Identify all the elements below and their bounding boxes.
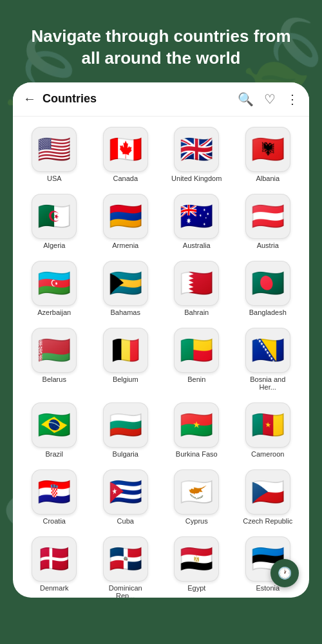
country-name: Belarus xyxy=(43,375,66,383)
list-item[interactable]: 🇦🇱Albania xyxy=(234,123,302,186)
flag-icon: 🇧🇾 xyxy=(32,328,77,373)
country-name: Bahamas xyxy=(111,308,140,316)
app-header: ← Countries 🔍 ♡ ⋮ xyxy=(13,82,309,117)
country-name: Azerbaijan xyxy=(37,308,71,316)
country-name: Brazil xyxy=(45,450,63,458)
flag-icon: 🇬🇧 xyxy=(174,127,219,172)
heart-icon[interactable]: ♡ xyxy=(264,91,276,107)
flag-icon: 🇪🇬 xyxy=(174,536,219,582)
back-button[interactable]: ← xyxy=(23,91,36,106)
flag-icon: 🇨🇺 xyxy=(103,469,148,515)
flag-icon: 🇨🇦 xyxy=(103,127,148,172)
country-name: Burkina Faso xyxy=(176,450,218,458)
country-name: Cyprus xyxy=(185,517,208,525)
fab-history-button[interactable]: 🕐 xyxy=(270,559,299,587)
list-item[interactable]: 🇦🇿Azerbaijan xyxy=(21,257,88,320)
flag-icon: 🇨🇾 xyxy=(174,469,219,515)
flag-icon: 🇧🇭 xyxy=(174,261,219,306)
country-name: Albania xyxy=(256,175,279,182)
list-item[interactable]: 🇧🇾Belarus xyxy=(21,324,88,395)
list-item[interactable]: 🇦🇺Australia xyxy=(163,190,231,253)
list-item[interactable]: 🇪🇬Egypt xyxy=(163,533,231,598)
list-item[interactable]: 🇧🇸Bahamas xyxy=(92,257,160,320)
list-item[interactable]: 🇧🇭Bahrain xyxy=(163,257,231,320)
flag-icon: 🇨🇲 xyxy=(245,402,290,448)
flag-icon: 🇦🇱 xyxy=(245,127,290,172)
app-title: Countries xyxy=(43,92,238,106)
list-item[interactable]: 🇺🇸USA xyxy=(21,123,88,186)
country-name: Czech Republic xyxy=(243,517,292,525)
list-item[interactable]: 🇧🇷Brazil xyxy=(21,399,88,462)
country-name: Armenia xyxy=(112,242,138,249)
country-name: Croatia xyxy=(43,517,66,525)
flag-icon: 🇦🇿 xyxy=(32,261,77,306)
flag-icon: 🇦🇺 xyxy=(174,194,219,239)
country-name: USA xyxy=(47,175,62,182)
list-item[interactable]: 🇭🇷Croatia xyxy=(21,466,88,529)
country-name: Denmark xyxy=(40,584,69,592)
list-item[interactable]: 🇧🇬Bulgaria xyxy=(92,399,160,462)
flag-icon: 🇧🇦 xyxy=(245,328,290,373)
country-name: Bosnia and Her... xyxy=(242,375,294,391)
flag-icon: 🇧🇯 xyxy=(174,328,219,373)
list-item[interactable]: 🇧🇩Bangladesh xyxy=(234,257,302,320)
flag-icon: 🇭🇷 xyxy=(32,469,77,515)
list-item[interactable]: 🇦🇲Armenia xyxy=(92,190,160,253)
list-item[interactable]: 🇬🇧United Kingdom xyxy=(163,123,231,186)
country-name: Algeria xyxy=(43,242,65,249)
headline: Navigate through countries from all arou… xyxy=(26,26,296,70)
list-item[interactable]: 🇧🇪Belgium xyxy=(92,324,160,395)
header-icons: 🔍 ♡ ⋮ xyxy=(238,91,299,107)
list-item[interactable]: 🇩🇿Algeria xyxy=(21,190,88,253)
flag-icon: 🇧🇫 xyxy=(174,402,219,448)
list-item[interactable]: 🇧🇯Benin xyxy=(163,324,231,395)
header-section: Navigate through countries from all arou… xyxy=(0,0,322,82)
list-item[interactable]: 🇨🇦Canada xyxy=(92,123,160,186)
flag-icon: 🇩🇰 xyxy=(32,536,77,582)
country-name: Egypt xyxy=(187,584,205,592)
flag-icon: 🇧🇪 xyxy=(103,328,148,373)
country-name: Bahrain xyxy=(184,308,209,316)
flag-icon: 🇩🇴 xyxy=(103,536,148,582)
flag-icon: 🇦🇲 xyxy=(103,194,148,239)
flag-icon: 🇺🇸 xyxy=(32,127,77,172)
flag-icon: 🇧🇷 xyxy=(32,402,77,448)
country-name: Benin xyxy=(187,375,205,383)
country-name: Belgium xyxy=(113,375,138,383)
flag-icon: 🇦🇹 xyxy=(245,194,290,239)
country-name: Bulgaria xyxy=(113,450,138,458)
list-item[interactable]: 🇦🇹Austria xyxy=(234,190,302,253)
country-name: Dominican Rep... xyxy=(100,584,151,598)
country-name: Bangladesh xyxy=(249,308,287,316)
flag-icon: 🇧🇬 xyxy=(103,402,148,448)
country-name: Canada xyxy=(113,175,138,182)
list-item[interactable]: 🇧🇫Burkina Faso xyxy=(163,399,231,462)
country-name: Cameroon xyxy=(251,450,284,458)
flag-icon: 🇩🇿 xyxy=(32,194,77,239)
country-name: Austria xyxy=(257,242,279,249)
list-item[interactable]: 🇨🇺Cuba xyxy=(92,466,160,529)
list-item[interactable]: 🇨🇿Czech Republic xyxy=(234,466,302,529)
phone-frame: ← Countries 🔍 ♡ ⋮ 🇺🇸USA🇨🇦Canada🇬🇧United … xyxy=(13,82,309,598)
country-name: United Kingdom xyxy=(171,175,222,182)
country-name: Estonia xyxy=(256,584,279,592)
country-name: Cuba xyxy=(117,517,134,525)
list-item[interactable]: 🇩🇴Dominican Rep... xyxy=(92,533,160,598)
country-name: Australia xyxy=(183,242,211,249)
list-item[interactable]: 🇨🇲Cameroon xyxy=(234,399,302,462)
flag-icon: 🇨🇿 xyxy=(245,469,290,515)
menu-icon[interactable]: ⋮ xyxy=(286,91,299,107)
search-icon[interactable]: 🔍 xyxy=(238,91,254,107)
list-item[interactable]: 🇧🇦Bosnia and Her... xyxy=(234,324,302,395)
list-item[interactable]: 🇩🇰Denmark xyxy=(21,533,88,598)
flag-icon: 🇧🇸 xyxy=(103,261,148,306)
list-item[interactable]: 🇨🇾Cyprus xyxy=(163,466,231,529)
countries-grid: 🇺🇸USA🇨🇦Canada🇬🇧United Kingdom🇦🇱Albania🇩🇿… xyxy=(13,117,309,598)
flag-icon: 🇧🇩 xyxy=(245,261,290,306)
